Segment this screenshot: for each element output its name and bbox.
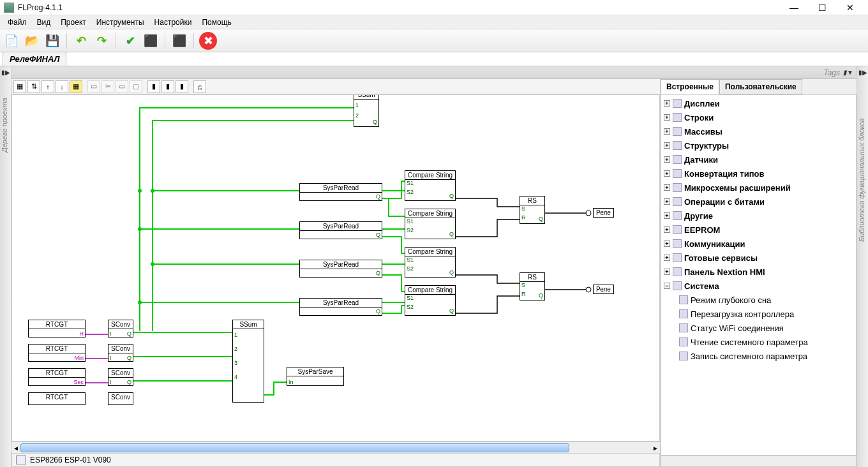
block-sconv-2[interactable]: SConv I Q bbox=[108, 344, 133, 362]
ebtn-5[interactable]: ▦ bbox=[70, 80, 82, 93]
tree-item[interactable]: +Операции с битами bbox=[662, 195, 855, 209]
tree-item[interactable]: Режим глубокого сна bbox=[662, 293, 855, 307]
block-rs-2[interactable]: RS S R Q bbox=[520, 272, 545, 300]
save-button[interactable]: 💾 bbox=[43, 32, 61, 50]
project-tree-label: Дерево проекта bbox=[1, 141, 8, 152]
port-sec: Sec bbox=[73, 379, 84, 385]
block-compare-2[interactable]: Compare String S1 S2 Q bbox=[405, 209, 456, 239]
menu-help[interactable]: Помощь bbox=[197, 17, 236, 28]
block-sconv-4[interactable]: SConv bbox=[108, 392, 133, 405]
cancel-button[interactable]: ✖ bbox=[199, 32, 217, 50]
block-rtcgt-1[interactable]: RTCGT H bbox=[28, 320, 86, 337]
main-toolbar: 📄 📂 💾 ↶ ↷ ✔ ⬛ ⬛ ✖ bbox=[0, 29, 868, 52]
block-library-collapsed[interactable]: ▮▶ Библиотека функциональных блоков bbox=[857, 66, 868, 467]
ebtn-8[interactable]: ▭ bbox=[116, 80, 128, 93]
project-tree-collapsed[interactable]: ▮▶ Дерево проекта bbox=[0, 66, 11, 467]
menu-tools[interactable]: Инструменты bbox=[91, 17, 149, 28]
menu-project[interactable]: Проект bbox=[56, 17, 91, 28]
block-compare-1[interactable]: Compare String S1 S2 Q bbox=[405, 170, 456, 201]
tree-item[interactable]: +Конвертация типов bbox=[662, 167, 855, 181]
tree-item[interactable]: +Дисплеи bbox=[662, 96, 855, 110]
tree-item[interactable]: +Микросхемы расширений bbox=[662, 181, 855, 195]
block-sysparread-3[interactable]: SysParRead Q bbox=[299, 260, 382, 278]
menu-file[interactable]: Файл bbox=[3, 17, 32, 28]
block-compare-4[interactable]: Compare String S1 S2 Q bbox=[405, 285, 456, 316]
block-ssum-mid[interactable]: SSum 1 2 3 4 bbox=[232, 320, 264, 403]
tree-item[interactable]: −Система bbox=[662, 279, 855, 293]
tree-item-label: Система bbox=[684, 281, 719, 291]
ebtn-7[interactable]: ✂ bbox=[101, 80, 114, 93]
ebtn-up[interactable]: ↑ bbox=[41, 80, 54, 93]
tab-builtin[interactable]: Встроенные bbox=[661, 79, 719, 94]
svg-point-2 bbox=[138, 227, 142, 231]
menu-settings[interactable]: Настройки bbox=[149, 17, 197, 28]
tree-item[interactable]: Запись системного параметра bbox=[662, 349, 855, 363]
port-q: Q bbox=[449, 269, 454, 276]
library-tree[interactable]: +Дисплеи+Строки+Массивы+Структуры+Датчик… bbox=[661, 94, 857, 456]
block-rtcgt-3[interactable]: RTCGT Sec bbox=[28, 368, 86, 386]
tree-item[interactable]: Статус WiFi соединения bbox=[662, 321, 855, 335]
port-i: I bbox=[110, 379, 112, 385]
statusbar: ESP8266 ESP-01 V090 bbox=[11, 453, 660, 467]
undo-button[interactable]: ↶ bbox=[72, 32, 90, 50]
tree-item[interactable]: +Строки bbox=[662, 110, 855, 124]
ebtn-6[interactable]: ▭ bbox=[87, 80, 100, 93]
menu-view[interactable]: Вид bbox=[32, 17, 56, 28]
ebtn-9[interactable]: ▢ bbox=[130, 80, 142, 93]
block-sconv-1[interactable]: SConv I Q bbox=[108, 320, 133, 337]
tree-item[interactable]: +EEPROM bbox=[662, 223, 855, 237]
close-button[interactable]: ✕ bbox=[836, 1, 864, 15]
ebtn-10[interactable]: ▮ bbox=[147, 80, 160, 93]
editor-column: Tags ▮▼ ▦ ⇅ ↑ ↓ ▦ ▭ ✂ ▭ ▢ ▮ bbox=[11, 66, 857, 467]
hdr: SSum bbox=[233, 320, 264, 329]
new-button[interactable]: 📄 bbox=[3, 32, 20, 50]
ebtn-down[interactable]: ↓ bbox=[56, 80, 68, 93]
output-relay-2[interactable]: Реле bbox=[593, 285, 614, 294]
expand-icon: + bbox=[664, 212, 670, 219]
tree-item[interactable]: +Панель Nextion HMI bbox=[662, 265, 855, 279]
tags-toggle-icon: ▮▼ bbox=[844, 68, 853, 77]
tree-item[interactable]: +Другие bbox=[662, 209, 855, 223]
folder-icon bbox=[673, 113, 682, 122]
tree-item[interactable]: Перезагрузка контроллера bbox=[662, 307, 855, 321]
block-compare-3[interactable]: Compare String S1 S2 Q bbox=[405, 247, 456, 278]
tree-item[interactable]: +Коммуникации bbox=[662, 237, 855, 251]
tree-item[interactable]: +Массивы bbox=[662, 124, 855, 138]
scroll-right-icon: ► bbox=[651, 442, 660, 454]
tab-user[interactable]: Пользовательские bbox=[719, 79, 802, 94]
canvas-hscroll[interactable]: ◄ ► bbox=[11, 441, 660, 453]
library-hscroll[interactable] bbox=[661, 456, 857, 467]
project-tab[interactable]: РелеФИНАЛ bbox=[3, 52, 66, 66]
compile-button[interactable]: ⬛ bbox=[142, 32, 160, 50]
open-button[interactable]: 📂 bbox=[23, 32, 41, 50]
collapse-icon: − bbox=[664, 283, 670, 289]
ebtn-11[interactable]: ▮ bbox=[161, 80, 174, 93]
block-sconv-3[interactable]: SConv I Q bbox=[108, 368, 133, 386]
block-rtcgt-2[interactable]: RTCGT Min bbox=[28, 344, 86, 362]
check-button[interactable]: ✔ bbox=[121, 32, 139, 50]
block-sysparsave[interactable]: SysParSave In bbox=[287, 367, 344, 386]
maximize-button[interactable]: ☐ bbox=[808, 1, 836, 15]
tree-item[interactable]: +Структуры bbox=[662, 138, 855, 152]
diagram-canvas[interactable]: SSum 1 2 Q SysParRead Q SysParRead Q bbox=[11, 94, 660, 441]
block-rs-1[interactable]: RS S R Q bbox=[520, 196, 545, 224]
output-relay-1[interactable]: Реле bbox=[593, 208, 614, 218]
redo-button[interactable]: ↷ bbox=[93, 32, 110, 50]
block-sysparread-4[interactable]: SysParRead Q bbox=[299, 298, 382, 316]
ebtn-2[interactable]: ⇅ bbox=[27, 80, 40, 93]
minimize-button[interactable]: — bbox=[780, 1, 808, 15]
ebtn-13[interactable]: ⎌ bbox=[193, 80, 206, 93]
block-ssum-top[interactable]: SSum 1 2 Q bbox=[354, 94, 379, 127]
scroll-thumb[interactable] bbox=[20, 443, 569, 452]
tree-item-label: Запись системного параметра bbox=[691, 352, 807, 361]
block-sysparread-1[interactable]: SysParRead Q bbox=[299, 183, 382, 201]
block-rtcgt-4[interactable]: RTCGT bbox=[28, 392, 86, 405]
tree-item[interactable]: +Датчики bbox=[662, 152, 855, 167]
tree-item[interactable]: +Готовые сервисы bbox=[662, 251, 855, 265]
tree-item[interactable]: Чтение системного параметра bbox=[662, 335, 855, 349]
ebtn-1[interactable]: ▦ bbox=[13, 80, 26, 93]
upload-button[interactable]: ⬛ bbox=[170, 32, 188, 50]
block-sysparread-2[interactable]: SysParRead Q bbox=[299, 221, 382, 239]
tags-strip[interactable]: Tags ▮▼ bbox=[11, 66, 857, 79]
ebtn-12[interactable]: ▮ bbox=[176, 80, 188, 93]
